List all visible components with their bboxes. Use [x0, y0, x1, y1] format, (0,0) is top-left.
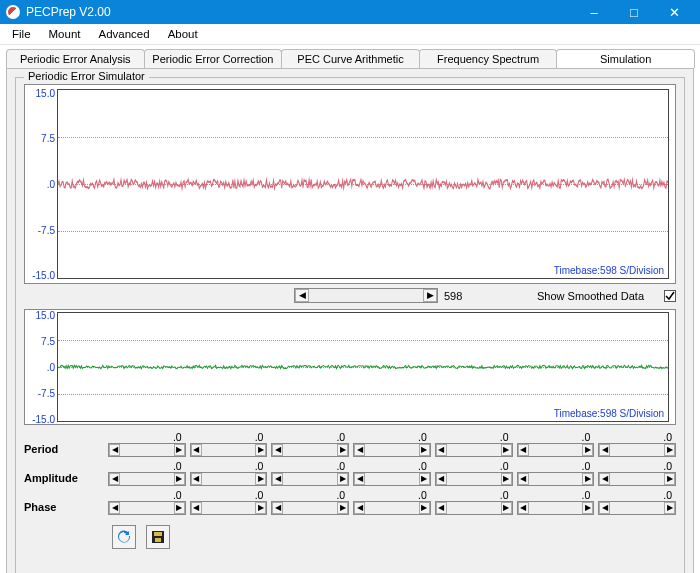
slider-left-icon[interactable]: ◀: [109, 502, 120, 514]
slider-right-icon[interactable]: ▶: [582, 502, 593, 514]
param-value: .0: [108, 431, 186, 443]
refresh-icon: [116, 529, 132, 545]
slider-left-icon[interactable]: ◀: [109, 444, 120, 456]
param-amplitude-1: .0◀▶: [190, 460, 268, 486]
menu-about[interactable]: About: [160, 26, 206, 42]
save-icon: [151, 530, 165, 544]
maximize-button[interactable]: □: [614, 0, 654, 24]
horizontal-scrollbar[interactable]: ◀ ▶: [294, 288, 438, 303]
slider-left-icon[interactable]: ◀: [518, 473, 529, 485]
slider-left-icon[interactable]: ◀: [354, 473, 365, 485]
menu-advanced[interactable]: Advanced: [91, 26, 158, 42]
param-value: .0: [190, 460, 268, 472]
param-slider[interactable]: ◀▶: [353, 472, 431, 486]
minimize-button[interactable]: –: [574, 0, 614, 24]
param-slider[interactable]: ◀▶: [435, 443, 513, 457]
slider-left-icon[interactable]: ◀: [436, 473, 447, 485]
param-period-1: .0◀▶: [190, 431, 268, 457]
slider-right-icon[interactable]: ▶: [419, 502, 430, 514]
slider-right-icon[interactable]: ▶: [582, 444, 593, 456]
slider-right-icon[interactable]: ▶: [501, 502, 512, 514]
param-slider[interactable]: ◀▶: [598, 501, 676, 515]
slider-left-icon[interactable]: ◀: [191, 444, 202, 456]
slider-right-icon[interactable]: ▶: [174, 444, 185, 456]
param-phase-5: .0◀▶: [517, 489, 595, 515]
param-slider[interactable]: ◀▶: [435, 472, 513, 486]
param-slider[interactable]: ◀▶: [517, 472, 595, 486]
param-slider[interactable]: ◀▶: [271, 501, 349, 515]
slider-right-icon[interactable]: ▶: [419, 444, 430, 456]
param-slider[interactable]: ◀▶: [353, 443, 431, 457]
param-slider[interactable]: ◀▶: [190, 472, 268, 486]
slider-left-icon[interactable]: ◀: [191, 473, 202, 485]
slider-left-icon[interactable]: ◀: [436, 444, 447, 456]
slider-right-icon[interactable]: ▶: [174, 502, 185, 514]
param-slider[interactable]: ◀▶: [435, 501, 513, 515]
tab-analysis[interactable]: Periodic Error Analysis: [6, 49, 145, 68]
param-phase-1: .0◀▶: [190, 489, 268, 515]
slider-left-icon[interactable]: ◀: [518, 502, 529, 514]
slider-right-icon[interactable]: ▶: [337, 444, 348, 456]
smoothed-checkbox[interactable]: [664, 290, 676, 302]
slider-left-icon[interactable]: ◀: [599, 444, 610, 456]
slider-left-icon[interactable]: ◀: [599, 502, 610, 514]
scroll-left-icon[interactable]: ◀: [295, 289, 309, 302]
tab-simulation[interactable]: Simulation: [556, 49, 695, 68]
slider-right-icon[interactable]: ▶: [255, 444, 266, 456]
param-value: .0: [271, 489, 349, 501]
slider-right-icon[interactable]: ▶: [501, 444, 512, 456]
param-slider[interactable]: ◀▶: [271, 472, 349, 486]
menu-mount[interactable]: Mount: [41, 26, 89, 42]
param-value: .0: [517, 431, 595, 443]
param-slider[interactable]: ◀▶: [108, 501, 186, 515]
slider-left-icon[interactable]: ◀: [436, 502, 447, 514]
param-slider[interactable]: ◀▶: [517, 443, 595, 457]
param-slider[interactable]: ◀▶: [353, 501, 431, 515]
param-slider[interactable]: ◀▶: [108, 472, 186, 486]
ytick: -15.0: [32, 414, 55, 425]
param-value: .0: [517, 489, 595, 501]
slider-left-icon[interactable]: ◀: [191, 502, 202, 514]
slider-left-icon[interactable]: ◀: [354, 444, 365, 456]
param-slider[interactable]: ◀▶: [517, 501, 595, 515]
param-slider[interactable]: ◀▶: [271, 443, 349, 457]
slider-right-icon[interactable]: ▶: [174, 473, 185, 485]
slider-left-icon[interactable]: ◀: [599, 473, 610, 485]
slider-right-icon[interactable]: ▶: [582, 473, 593, 485]
slider-right-icon[interactable]: ▶: [664, 473, 675, 485]
refresh-button[interactable]: [112, 525, 136, 549]
param-slider[interactable]: ◀▶: [190, 443, 268, 457]
param-value: .0: [353, 460, 431, 472]
slider-right-icon[interactable]: ▶: [664, 444, 675, 456]
tab-arithmetic[interactable]: PEC Curve Arithmetic: [281, 49, 420, 68]
close-button[interactable]: ✕: [654, 0, 694, 24]
param-value: .0: [108, 460, 186, 472]
tab-spectrum[interactable]: Frequency Spectrum: [419, 49, 558, 68]
slider-right-icon[interactable]: ▶: [337, 502, 348, 514]
slider-right-icon[interactable]: ▶: [255, 473, 266, 485]
param-slider[interactable]: ◀▶: [598, 472, 676, 486]
save-button[interactable]: [146, 525, 170, 549]
slider-left-icon[interactable]: ◀: [272, 444, 283, 456]
tab-correction[interactable]: Periodic Error Correction: [144, 49, 283, 68]
param-slider[interactable]: ◀▶: [598, 443, 676, 457]
param-slider[interactable]: ◀▶: [108, 443, 186, 457]
slider-right-icon[interactable]: ▶: [501, 473, 512, 485]
slider-left-icon[interactable]: ◀: [272, 473, 283, 485]
menu-file[interactable]: File: [4, 26, 39, 42]
scroll-right-icon[interactable]: ▶: [423, 289, 437, 302]
slider-left-icon[interactable]: ◀: [109, 473, 120, 485]
slider-right-icon[interactable]: ▶: [255, 502, 266, 514]
slider-right-icon[interactable]: ▶: [419, 473, 430, 485]
ytick: .0: [47, 362, 55, 373]
slider-left-icon[interactable]: ◀: [354, 502, 365, 514]
param-amplitude-3: .0◀▶: [353, 460, 431, 486]
param-slider[interactable]: ◀▶: [190, 501, 268, 515]
slider-left-icon[interactable]: ◀: [272, 502, 283, 514]
window-title: PECPrep V2.00: [26, 5, 574, 19]
timebase-label: Timebase:598 S/Division: [554, 265, 664, 276]
slider-right-icon[interactable]: ▶: [337, 473, 348, 485]
slider-left-icon[interactable]: ◀: [518, 444, 529, 456]
slider-right-icon[interactable]: ▶: [664, 502, 675, 514]
ytick: -15.0: [32, 270, 55, 281]
